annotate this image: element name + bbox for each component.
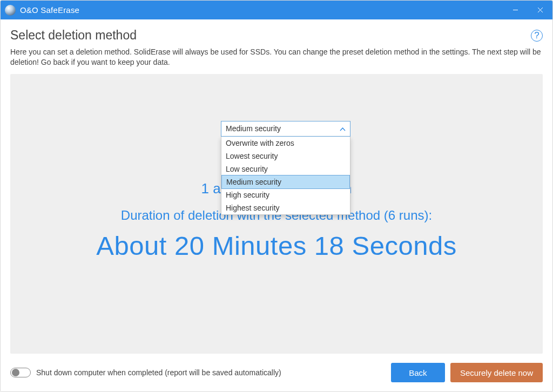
close-button[interactable] [528, 1, 552, 19]
close-icon [537, 7, 543, 13]
page-heading: Select deletion method [10, 28, 137, 43]
dropdown-selected[interactable]: Medium security [221, 121, 350, 137]
dropdown-selected-label: Medium security [226, 124, 281, 133]
summary-duration-value: About 20 Minutes 18 Seconds [10, 231, 543, 261]
toggle-knob [12, 369, 19, 376]
dropdown-option-selected[interactable]: Medium security [221, 175, 350, 189]
shutdown-toggle[interactable] [10, 368, 31, 377]
main-panel: Medium security Overwrite with zeros Low… [10, 74, 543, 354]
shutdown-label: Shut down computer when completed (repor… [36, 368, 281, 377]
content-area: Select deletion method ? Here you can se… [1, 19, 552, 391]
delete-button-label: Securely delete now [460, 368, 533, 377]
footer-buttons: Back Securely delete now [391, 363, 543, 382]
dropdown-option[interactable]: High security [221, 188, 350, 201]
minimize-button[interactable] [503, 1, 528, 19]
dropdown-list: Overwrite with zeros Lowest security Low… [221, 137, 350, 215]
page-description: Here you can set a deletion method. Soli… [10, 47, 543, 67]
app-window: O&O SafeErase Select deletion method ? H… [0, 0, 553, 392]
back-button[interactable]: Back [391, 363, 445, 382]
window-controls [503, 1, 552, 19]
method-dropdown[interactable]: Medium security Overwrite with zeros Low… [221, 121, 350, 215]
app-icon [5, 5, 16, 16]
window-title: O&O SafeErase [20, 5, 79, 15]
shutdown-toggle-row: Shut down computer when completed (repor… [10, 368, 281, 377]
dropdown-option[interactable]: Overwrite with zeros [221, 137, 350, 150]
footer: Shut down computer when completed (repor… [10, 354, 543, 384]
minimize-icon [512, 7, 518, 13]
chevron-up-icon [340, 124, 346, 133]
securely-delete-button[interactable]: Securely delete now [450, 363, 543, 382]
dropdown-option[interactable]: Low security [221, 163, 350, 175]
help-icon[interactable]: ? [531, 30, 543, 42]
back-button-label: Back [409, 368, 427, 377]
title-bar: O&O SafeErase [1, 1, 552, 19]
dropdown-option[interactable]: Highest security [221, 201, 350, 214]
dropdown-option[interactable]: Lowest security [221, 150, 350, 163]
